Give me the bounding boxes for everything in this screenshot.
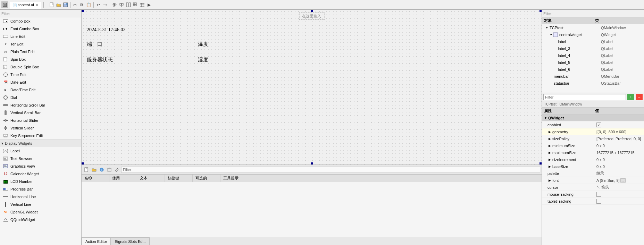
align-h-icon[interactable] <box>111 2 118 8</box>
paste-icon[interactable]: 📋 <box>86 2 92 8</box>
widget-item-graphicsview[interactable]: Graphics View <box>0 162 81 170</box>
basesize-expand-icon[interactable]: ▶ <box>547 165 552 168</box>
widget-item-plaintextedit[interactable]: AI Plain Text Edit <box>0 48 81 56</box>
widget-item-lcd[interactable]: 88 LCD Number <box>0 178 81 185</box>
props-row-minsize[interactable]: ▶ minimumSize 0 x 0 <box>542 142 644 149</box>
widget-item-hline[interactable]: Horizontal Line <box>0 193 81 201</box>
action-open-icon[interactable] <box>91 166 98 173</box>
handle-tr[interactable] <box>540 10 542 12</box>
qwidget-expand-icon[interactable]: ▾ <box>543 116 547 120</box>
widget-item-spinbox[interactable]: ▲▼ Spin Box <box>0 56 81 63</box>
tree-row-label3[interactable]: ▶ label_3 QLabel <box>542 45 644 52</box>
handle-bm[interactable] <box>311 162 313 164</box>
tree-row-tcptest[interactable]: ▾ TCPtest QMainWindow <box>542 24 644 31</box>
canvas-label2[interactable]: 温度 <box>198 41 208 48</box>
handle-tl[interactable] <box>82 10 84 12</box>
widget-item-textbrowser[interactable]: Text Browser <box>0 155 81 162</box>
mousetracking-checkbox[interactable] <box>596 192 601 197</box>
cut-icon[interactable]: ✂ <box>72 2 78 8</box>
widget-item-timeedit[interactable]: Time Edit <box>0 71 81 78</box>
props-row-tablettracking[interactable]: tabletTracking <box>542 198 644 205</box>
tree-row-statusbar[interactable]: ▶ statusbar QStatusBar <box>542 80 644 87</box>
tree-row-label6[interactable]: ▶ label_6 QLabel <box>542 66 644 73</box>
align-v-icon[interactable] <box>118 2 125 8</box>
handle-br[interactable] <box>540 162 542 164</box>
widget-item-dateedit[interactable]: 📅 Date Edit <box>0 78 81 86</box>
action-add-icon[interactable]: + <box>98 166 105 173</box>
tablettracking-checkbox[interactable] <box>596 199 601 204</box>
props-row-sizepolicy[interactable]: ▶ sizePolicy [Preferred, Preferred, 0, 0… <box>542 135 644 142</box>
widget-item-qquick[interactable]: QQuickWidget <box>0 216 81 223</box>
tree-expand-tcptest[interactable]: ▾ <box>545 26 549 29</box>
props-row-sizeincrement[interactable]: ▶ sizeIncrement 0 x 0 <box>542 156 644 163</box>
file-tab[interactable]: 📄 toptest.ui ✕ <box>10 1 41 9</box>
enabled-checkbox[interactable]: ✓ <box>596 122 601 127</box>
preview-icon[interactable]: ▶ <box>146 2 152 8</box>
widget-item-datetimeedit[interactable]: 🗓 Date/Time Edit <box>0 86 81 94</box>
widget-item-fontcombo[interactable]: F▼ Font Combo Box <box>0 25 81 33</box>
display-widgets-section[interactable]: ▾ Display Widgets <box>0 140 81 147</box>
geometry-expand-icon[interactable]: ▶ <box>547 130 552 134</box>
props-row-maxsize[interactable]: ▶ maximumSize 16777215 x 16777215 <box>542 149 644 156</box>
action-edit-icon[interactable] <box>114 166 120 173</box>
redo-icon[interactable]: ↪ <box>102 2 108 8</box>
widget-item-lineedit[interactable]: Line Edit <box>0 33 81 40</box>
widget-item-vscrollbar[interactable]: Vertical Scroll Bar <box>0 109 81 117</box>
sizeincrement-expand-icon[interactable]: ▶ <box>547 158 552 161</box>
tab-close-icon[interactable]: ✕ <box>35 3 38 7</box>
props-filter-input[interactable] <box>543 94 626 100</box>
tree-row-label[interactable]: ▶ label QLabel <box>542 38 644 45</box>
props-row-enabled[interactable]: enabled ✓ <box>542 121 644 128</box>
widget-item-combobox[interactable]: Combo Box <box>0 17 81 25</box>
font-edit-button[interactable]: … <box>620 178 626 183</box>
props-row-basesize[interactable]: ▶ baseSize 0 x 0 <box>542 163 644 170</box>
props-row-font[interactable]: ▶ font A [SimSun, 9] … <box>542 177 644 184</box>
form-grid-icon[interactable] <box>139 2 145 8</box>
handle-tm[interactable] <box>311 10 313 12</box>
widget-item-textedit[interactable]: T Ter Edit <box>0 40 81 48</box>
widget-item-calendar[interactable]: 12 Calendar Widget <box>0 170 81 178</box>
design-canvas[interactable]: 在这里输入 2024-5-31 17:46:03 端 口 温度 服务器状态 湿度 <box>82 10 542 164</box>
tree-row-label5[interactable]: ▶ label_5 QLabel <box>542 59 644 66</box>
widget-item-opengl[interactable]: GL OpenGL Widget <box>0 208 81 216</box>
canvas-label1[interactable]: 端 口 <box>87 41 102 48</box>
canvas-label4[interactable]: 湿度 <box>198 57 208 63</box>
widget-item-vslider[interactable]: Vertical Slider <box>0 124 81 132</box>
props-section-qwidget[interactable]: ▾ QWidget <box>542 115 644 121</box>
widget-item-vline[interactable]: Vertical Line <box>0 201 81 208</box>
widget-item-keyseq[interactable]: abc Key Sequence Edit <box>0 132 81 140</box>
props-row-cursor[interactable]: cursor ↖ 箭头 <box>542 184 644 191</box>
tree-row-centralwidget[interactable]: ▾ centralwidget QWidget <box>542 31 644 38</box>
props-remove-button[interactable]: − <box>636 94 643 100</box>
tree-row-menubar[interactable]: ▶ menubar QMenuBar <box>542 73 644 80</box>
action-filter-input[interactable] <box>121 167 540 173</box>
tab-action-editor[interactable]: Action Editor <box>82 237 111 245</box>
widget-item-hscrollbar[interactable]: Horizontal Scroll Bar <box>0 101 81 109</box>
canvas-label3[interactable]: 服务器状态 <box>87 57 113 63</box>
widget-item-dial[interactable]: Dial <box>0 94 81 101</box>
layout-icon[interactable] <box>125 2 132 8</box>
minsize-expand-icon[interactable]: ▶ <box>547 144 552 147</box>
props-row-palette[interactable]: palette 继承 <box>542 170 644 177</box>
grid-icon[interactable] <box>132 2 139 8</box>
widget-item-hslider[interactable]: Horizontal Slider <box>0 117 81 124</box>
copy-icon[interactable]: ⧉ <box>79 2 85 8</box>
font-expand-icon[interactable]: ▶ <box>547 179 552 182</box>
action-delete-icon[interactable] <box>106 166 113 173</box>
props-add-button[interactable]: + <box>627 94 634 100</box>
action-new-icon[interactable] <box>83 166 90 173</box>
undo-icon[interactable]: ↩ <box>95 2 101 8</box>
widget-item-doublespinbox[interactable]: 1. Double Spin Box <box>0 63 81 71</box>
props-row-geometry[interactable]: ▶ geometry [(0, 0), 800 x 600] <box>542 128 644 135</box>
widget-item-label[interactable]: A Label <box>0 147 81 155</box>
new-icon[interactable] <box>49 2 55 8</box>
tree-expand-central[interactable]: ▾ <box>549 33 553 36</box>
tab-signals-slots[interactable]: Signals Slots Ed... <box>111 237 149 245</box>
save-icon[interactable] <box>62 2 69 8</box>
maxsize-expand-icon[interactable]: ▶ <box>547 151 552 154</box>
handle-bl[interactable] <box>82 162 84 164</box>
widget-item-progressbar[interactable]: Progress Bar <box>0 185 81 193</box>
tree-row-label4[interactable]: ▶ label_4 QLabel <box>542 52 644 59</box>
props-row-mousetracking[interactable]: mouseTracking <box>542 191 644 198</box>
sizepolicy-expand-icon[interactable]: ▶ <box>547 137 552 141</box>
